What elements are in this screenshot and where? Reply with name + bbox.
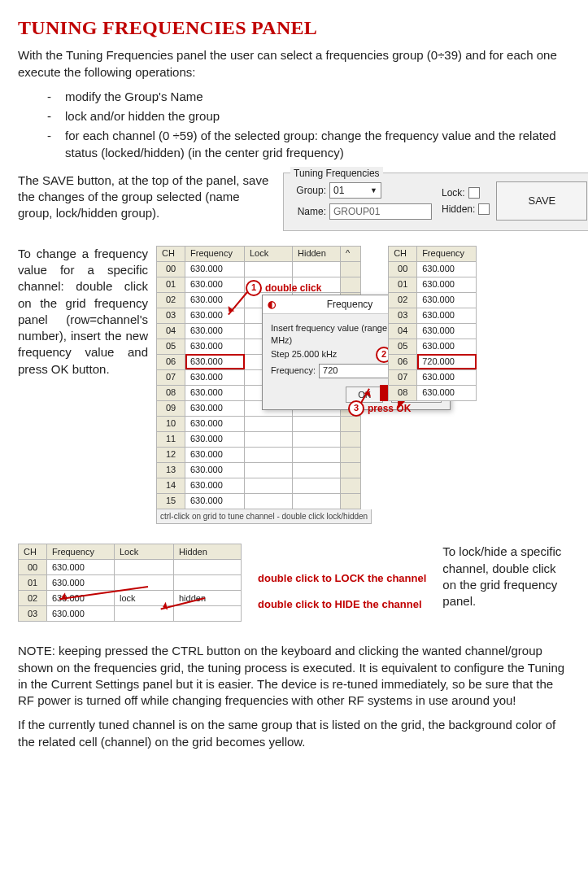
channel-cell[interactable]: 13: [157, 462, 185, 478]
channel-cell[interactable]: 14: [157, 478, 185, 493]
table-row[interactable]: 02630.000lockhidden: [19, 591, 242, 606]
table-row[interactable]: 15630.000: [157, 493, 361, 509]
channel-cell[interactable]: 06: [389, 354, 417, 369]
table-row[interactable]: 03630.000: [389, 308, 477, 323]
lock-cell[interactable]: [245, 493, 293, 509]
table-row[interactable]: 05630.000: [389, 339, 477, 354]
hidden-cell[interactable]: [293, 447, 341, 462]
frequency-cell[interactable]: 720.000: [417, 354, 477, 369]
table-row[interactable]: 02630.000: [389, 292, 477, 308]
frequency-cell[interactable]: 630.000: [417, 277, 477, 292]
frequency-cell[interactable]: 630.000: [185, 261, 245, 277]
frequency-cell[interactable]: 630.000: [185, 339, 245, 354]
lock-cell[interactable]: [245, 416, 293, 431]
channel-cell[interactable]: 08: [389, 385, 417, 400]
frequency-cell[interactable]: 630.000: [417, 385, 477, 400]
channel-cell[interactable]: 12: [157, 447, 185, 462]
table-row[interactable]: 00630.000: [389, 261, 477, 277]
grid-table[interactable]: CHFrequency00630.00001630.00002630.00003…: [388, 246, 477, 401]
channel-cell[interactable]: 07: [157, 369, 185, 385]
frequency-cell[interactable]: 630.000: [185, 400, 245, 416]
hidden-cell[interactable]: [174, 575, 242, 591]
table-row[interactable]: 01630.000: [389, 277, 477, 292]
lock-cell[interactable]: [245, 462, 293, 478]
channel-cell[interactable]: 08: [157, 385, 185, 400]
hidden-cell[interactable]: [293, 261, 341, 277]
frequency-cell[interactable]: 630.000: [185, 308, 245, 323]
table-row[interactable]: 06720.000: [389, 354, 477, 369]
frequency-cell[interactable]: 630.000: [185, 354, 245, 369]
scrollbar-track[interactable]: [341, 493, 361, 509]
name-input[interactable]: GROUP01: [329, 203, 432, 220]
channel-cell[interactable]: 04: [157, 323, 185, 339]
hidden-cell[interactable]: [174, 606, 242, 622]
frequency-cell[interactable]: 630.000: [47, 575, 115, 591]
table-row[interactable]: 07630.000: [389, 369, 477, 385]
table-row[interactable]: 10630.000: [157, 416, 361, 431]
lock-cell[interactable]: [115, 560, 174, 575]
frequency-cell[interactable]: 630.000: [417, 292, 477, 308]
channel-cell[interactable]: 11: [157, 431, 185, 447]
channel-cell[interactable]: 09: [157, 400, 185, 416]
frequency-cell[interactable]: 630.000: [185, 431, 245, 447]
lock-cell[interactable]: [245, 447, 293, 462]
scrollbar-track[interactable]: [341, 478, 361, 493]
frequency-cell[interactable]: 630.000: [47, 560, 115, 575]
frequency-cell[interactable]: 630.000: [417, 261, 477, 277]
frequency-cell[interactable]: 630.000: [417, 339, 477, 354]
table-row[interactable]: 13630.000: [157, 462, 361, 478]
channel-cell[interactable]: 06: [157, 354, 185, 369]
frequency-cell[interactable]: 630.000: [185, 323, 245, 339]
group-combobox[interactable]: 01 ▼: [329, 182, 381, 199]
scrollbar-track[interactable]: [341, 462, 361, 478]
channel-cell[interactable]: 03: [19, 606, 47, 622]
lock-cell[interactable]: [245, 478, 293, 493]
frequency-cell[interactable]: 630.000: [185, 462, 245, 478]
frequency-cell[interactable]: 630.000: [185, 447, 245, 462]
table-row[interactable]: 14630.000: [157, 478, 361, 493]
frequency-cell[interactable]: 630.000: [417, 323, 477, 339]
channel-cell[interactable]: 00: [389, 261, 417, 277]
frequency-cell[interactable]: 630.000: [417, 308, 477, 323]
table-row[interactable]: 00630.000: [19, 560, 242, 575]
frequency-cell[interactable]: 630.000: [417, 369, 477, 385]
channel-cell[interactable]: 01: [19, 575, 47, 591]
hidden-cell[interactable]: [293, 431, 341, 447]
scroll-up-icon[interactable]: ^: [341, 246, 361, 261]
table-row[interactable]: 04630.000: [389, 323, 477, 339]
lock-cell[interactable]: [245, 431, 293, 447]
lock-checkbox[interactable]: [468, 187, 480, 199]
hidden-cell[interactable]: [174, 560, 242, 575]
hidden-cell[interactable]: [293, 493, 341, 509]
frequency-cell[interactable]: 630.000: [185, 385, 245, 400]
channel-cell[interactable]: 07: [389, 369, 417, 385]
frequency-cell[interactable]: 630.000: [185, 493, 245, 509]
channel-cell[interactable]: 01: [157, 277, 185, 292]
channel-cell[interactable]: 00: [157, 261, 185, 277]
table-row[interactable]: 11630.000: [157, 431, 361, 447]
scrollbar-track[interactable]: [341, 277, 361, 292]
frequency-cell[interactable]: 630.000: [185, 369, 245, 385]
grid-table[interactable]: CHFrequencyLockHidden00630.00001630.0000…: [18, 544, 242, 622]
hidden-checkbox[interactable]: [478, 203, 490, 215]
table-row[interactable]: 12630.000: [157, 447, 361, 462]
frequency-cell[interactable]: 630.000: [185, 478, 245, 493]
channel-cell[interactable]: 03: [157, 308, 185, 323]
frequency-cell[interactable]: 630.000: [185, 277, 245, 292]
lock-cell[interactable]: [115, 575, 174, 591]
frequency-input[interactable]: 720: [319, 364, 392, 378]
frequency-cell[interactable]: 630.000: [185, 416, 245, 431]
table-row[interactable]: 08630.000: [389, 385, 477, 400]
scrollbar-track[interactable]: [341, 431, 361, 447]
scrollbar-track[interactable]: [341, 261, 361, 277]
lock-cell[interactable]: [245, 261, 293, 277]
frequency-cell[interactable]: 630.000: [47, 606, 115, 622]
channel-cell[interactable]: 15: [157, 493, 185, 509]
channel-cell[interactable]: 02: [157, 292, 185, 308]
channel-cell[interactable]: 04: [389, 323, 417, 339]
hidden-cell[interactable]: [293, 462, 341, 478]
table-row[interactable]: 03630.000: [19, 606, 242, 622]
scrollbar-track[interactable]: [341, 416, 361, 431]
channel-cell[interactable]: 05: [157, 339, 185, 354]
save-button[interactable]: SAVE: [496, 181, 587, 221]
